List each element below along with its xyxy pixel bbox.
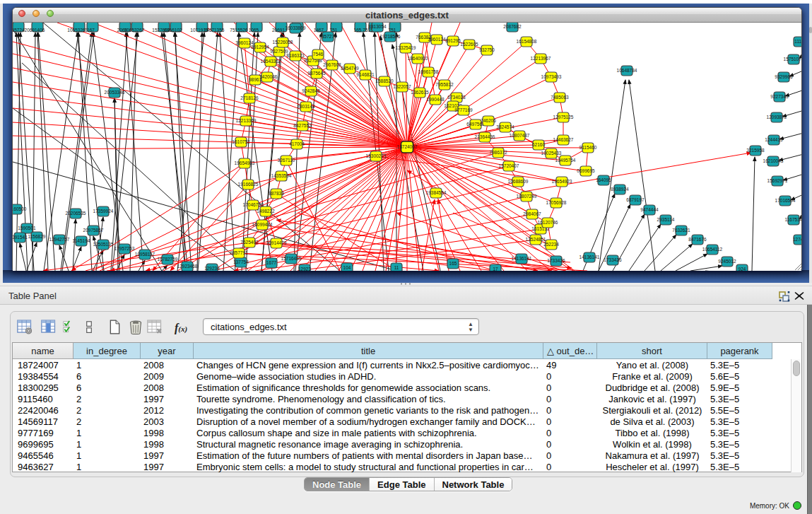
svg-text:18724007: 18724007 <box>397 144 418 149</box>
svg-text:16782759: 16782759 <box>158 257 178 262</box>
svg-text:1322057: 1322057 <box>393 84 411 89</box>
svg-text:9329966: 9329966 <box>775 74 793 79</box>
svg-text:1733426: 1733426 <box>547 258 565 263</box>
svg-text:746206: 746206 <box>481 118 496 123</box>
svg-text:4055724: 4055724 <box>13 28 25 33</box>
svg-text:165: 165 <box>354 28 362 33</box>
svg-text:1145194: 1145194 <box>73 238 90 243</box>
svg-text:1362615: 1362615 <box>411 90 429 95</box>
svg-text:18807249: 18807249 <box>517 194 537 199</box>
svg-text:20691: 20691 <box>272 28 285 33</box>
svg-text:8454749: 8454749 <box>341 66 359 71</box>
svg-text:17: 17 <box>493 267 498 271</box>
svg-text:19218506: 19218506 <box>380 34 401 39</box>
svg-text:17046738: 17046738 <box>243 202 264 207</box>
svg-text:891295: 891295 <box>445 38 461 43</box>
svg-text:1733426: 1733426 <box>604 257 622 262</box>
svg-text:20206535: 20206535 <box>66 211 86 216</box>
svg-text:391541: 391541 <box>13 235 28 240</box>
svg-text:1590501: 1590501 <box>18 226 36 230</box>
svg-text:12744: 12744 <box>793 237 801 242</box>
svg-text:9242848: 9242848 <box>302 88 320 93</box>
svg-text:0699695: 0699695 <box>577 168 595 173</box>
svg-text:17016504: 17016504 <box>775 198 796 203</box>
svg-text:9227343: 9227343 <box>770 94 789 99</box>
svg-text:8912954: 8912954 <box>251 45 269 49</box>
svg-text:2984067: 2984067 <box>523 211 541 216</box>
svg-text:18640910: 18640910 <box>408 56 428 61</box>
svg-text:252234: 252234 <box>543 242 559 247</box>
svg-text:1677: 1677 <box>266 260 277 265</box>
svg-text:3215958: 3215958 <box>746 148 765 153</box>
svg-text:10973493: 10973493 <box>541 74 562 79</box>
svg-text:10688609: 10688609 <box>508 179 529 184</box>
svg-text:9857791: 9857791 <box>230 250 248 255</box>
svg-text:417004: 417004 <box>289 141 305 146</box>
svg-text:16154808: 16154808 <box>517 39 537 44</box>
svg-text:16099484: 16099484 <box>252 222 273 227</box>
svg-text:19654923: 19654923 <box>552 179 572 184</box>
svg-text:6734028: 6734028 <box>447 95 466 100</box>
svg-text:8427552: 8427552 <box>293 123 312 128</box>
svg-text:7515526: 7515526 <box>230 28 248 33</box>
svg-text:15226058: 15226058 <box>273 40 293 45</box>
svg-text:8471676: 8471676 <box>688 237 707 242</box>
svg-text:12505135: 12505135 <box>93 242 114 247</box>
svg-text:16120746: 16120746 <box>538 220 558 225</box>
svg-text:16914479: 16914479 <box>266 240 287 245</box>
svg-text:9115460: 9115460 <box>579 145 597 150</box>
svg-text:887833: 887833 <box>269 191 284 196</box>
svg-text:14353594: 14353594 <box>271 173 292 178</box>
svg-text:7955812: 7955812 <box>435 82 454 87</box>
svg-text:20975857: 20975857 <box>83 228 104 233</box>
svg-text:9474444: 9474444 <box>640 207 659 212</box>
svg-text:6879197: 6879197 <box>626 197 645 202</box>
svg-text:2935114: 2935114 <box>657 217 675 222</box>
svg-text:17957253: 17957253 <box>114 246 135 251</box>
svg-text:20053346: 20053346 <box>105 90 125 95</box>
svg-text:1522605: 1522605 <box>460 42 478 47</box>
svg-text:2718126: 2718126 <box>240 95 259 100</box>
svg-text:17056928: 17056928 <box>546 200 567 205</box>
svg-text:19166825: 19166825 <box>238 182 259 187</box>
svg-text:15720407: 15720407 <box>499 163 519 168</box>
svg-text:137754: 137754 <box>233 259 249 264</box>
svg-text:19384554: 19384554 <box>426 190 447 195</box>
svg-text:8938924: 8938924 <box>611 187 629 192</box>
svg-text:12942757: 12942757 <box>49 237 70 242</box>
svg-text:10654112: 10654112 <box>702 247 723 252</box>
svg-text:8813054: 8813054 <box>368 24 387 29</box>
svg-text:2967608: 2967608 <box>323 62 341 67</box>
svg-text:9777169: 9777169 <box>454 107 473 112</box>
svg-text:12213369: 12213369 <box>236 118 257 123</box>
svg-text:1588520: 1588520 <box>375 78 394 83</box>
svg-text:1610752: 1610752 <box>232 139 250 144</box>
svg-text:129234: 129234 <box>204 266 220 271</box>
svg-text:17359924: 17359924 <box>93 209 114 214</box>
svg-text:7485063: 7485063 <box>551 95 569 100</box>
svg-text:13524851: 13524851 <box>526 237 546 242</box>
svg-text:16961758: 16961758 <box>418 69 439 74</box>
svg-text:14136141: 14136141 <box>512 256 532 261</box>
svg-text:12975125: 12975125 <box>553 115 574 119</box>
svg-text:104: 104 <box>343 265 351 270</box>
svg-text:12093872: 12093872 <box>767 115 787 119</box>
svg-text:6966102: 6966102 <box>164 28 182 33</box>
svg-text:2803144: 2803144 <box>297 104 315 109</box>
svg-text:12923468: 12923468 <box>177 264 198 269</box>
svg-text:9327509: 9327509 <box>270 49 288 54</box>
svg-text:15751074: 15751074 <box>784 57 801 62</box>
svg-text:9146821: 9146821 <box>356 72 375 77</box>
svg-text:62160: 62160 <box>532 142 545 147</box>
svg-text:16543362: 16543362 <box>261 59 281 64</box>
svg-text:1167: 1167 <box>85 28 95 33</box>
svg-text:1065326: 1065326 <box>67 28 86 33</box>
svg-text:9875645: 9875645 <box>307 71 326 76</box>
svg-text:7625402: 7625402 <box>240 240 259 245</box>
svg-text:7632621: 7632621 <box>672 228 690 233</box>
svg-text:98961: 98961 <box>249 77 261 82</box>
svg-text:1498222: 1498222 <box>257 209 275 214</box>
svg-text:1065: 1065 <box>249 28 259 33</box>
svg-text:1244415: 1244415 <box>765 137 783 142</box>
svg-text:3960124: 3960124 <box>428 37 446 42</box>
